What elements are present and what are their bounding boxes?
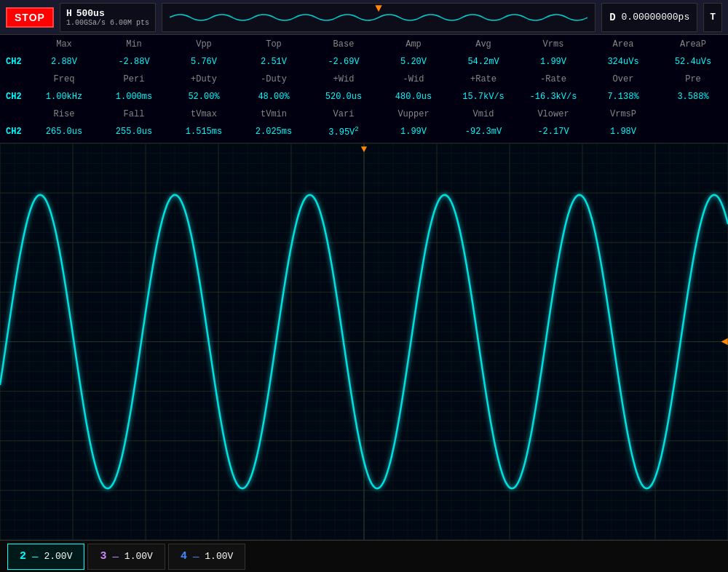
val-max: 2.88V: [29, 57, 99, 67]
timebase-section: H 500us 1.00GSa/s 6.00M pts: [60, 3, 156, 32]
scope-canvas: [0, 143, 728, 540]
header-nwid: -Wid: [379, 74, 448, 84]
meas-value-row-2: CH2 1.00kHz 1.000ms 52.00% 48.00% 520.0u…: [0, 87, 728, 106]
header-pduty: +Duty: [169, 74, 239, 84]
stop-button[interactable]: STOP: [6, 7, 54, 28]
val-vrmsp: 1.98V: [588, 127, 658, 137]
header-avg: Avg: [448, 39, 518, 49]
meas-header-row-3: Rise Fall tVmax tVmin Vari Vupper Vmid V…: [0, 106, 728, 122]
top-toolbar: STOP H 500us 1.00GSa/s 6.00M pts ▼ D 0.0…: [0, 0, 728, 35]
header-vlower: Vlower: [518, 109, 588, 119]
header-vrmsp: VrmsP: [588, 109, 658, 119]
val-vmid: -92.3mV: [448, 127, 518, 137]
ch4-scale: 1.00V: [205, 551, 233, 562]
sample-rate: 1.00GSa/s: [66, 19, 106, 27]
trigger-position-arrow: ▼: [361, 143, 367, 155]
h-label: H: [66, 8, 72, 19]
header-vupper: Vupper: [379, 109, 448, 119]
memory-depth: 6.00M pts: [110, 19, 149, 27]
val-amp: 5.20V: [379, 57, 448, 67]
channel-4-indicator[interactable]: 4 — 1.00V: [168, 544, 245, 570]
trigger-time-value: 0.00000000ps: [622, 12, 690, 23]
meas-ch2-label-1: CH2: [0, 57, 29, 67]
header-vari: Vari: [309, 109, 379, 119]
val-over: 7.138%: [588, 92, 658, 102]
val-nrate: -16.3kV/s: [518, 92, 588, 102]
timebase-value: 500us: [76, 8, 105, 19]
header-min: Min: [99, 39, 169, 49]
val-areap: 52.4uVs: [658, 57, 728, 67]
header-tvmin: tVmin: [239, 109, 309, 119]
header-nrate: -Rate: [518, 74, 588, 84]
val-top: 2.51V: [239, 57, 309, 67]
val-peri: 1.000ms: [99, 92, 169, 102]
val-area: 324uVs: [588, 57, 658, 67]
ch2-dash-icon: —: [32, 551, 38, 563]
val-base: -2.69V: [309, 57, 379, 67]
measurements-panel: Max Min Vpp Top Base Amp Avg Vrms Area A…: [0, 35, 728, 143]
val-vari: 3.95V2: [309, 126, 379, 138]
ch3-number: 3: [100, 550, 106, 563]
trigger-level-marker: ◄: [721, 335, 728, 349]
trigger-wave-display: ▼: [162, 3, 596, 32]
header-area: Area: [588, 39, 658, 49]
header-pre: Pre: [658, 74, 728, 84]
header-base: Base: [309, 39, 379, 49]
header-freq: Freq: [29, 74, 99, 84]
header-peri: Peri: [99, 74, 169, 84]
top-right-indicator: T: [703, 3, 722, 32]
trigger-d-section: D 0.00000000ps: [601, 3, 697, 32]
ch2-scale: 2.00V: [44, 551, 72, 562]
val-prate: 15.7kV/s: [448, 92, 518, 102]
scope-display: ▼ ◄: [0, 143, 728, 540]
header-amp: Amp: [379, 39, 448, 49]
channel-2-indicator[interactable]: 2 — 2.00V: [7, 544, 84, 570]
header-over: Over: [588, 74, 658, 84]
ch4-dash-icon: —: [193, 551, 199, 563]
meas-value-row-3: CH2 265.0us 255.0us 1.515ms 2.025ms 3.95…: [0, 122, 728, 141]
channel-3-indicator[interactable]: 3 — 1.00V: [87, 544, 165, 570]
d-label: D: [609, 12, 615, 23]
bottom-channel-bar: 2 — 2.00V 3 — 1.00V 4 — 1.00V: [0, 540, 728, 572]
meas-ch2-label-2: CH2: [0, 92, 29, 102]
val-avg: 54.2mV: [448, 57, 518, 67]
val-pre: 3.588%: [658, 92, 728, 102]
val-rise: 265.0us: [29, 127, 99, 137]
meas-ch2-label-3: CH2: [0, 127, 29, 137]
val-nwid: 480.0us: [379, 92, 448, 102]
ch3-scale: 1.00V: [124, 551, 153, 562]
val-vrms: 1.99V: [518, 57, 588, 67]
meas-header-row-1: Max Min Vpp Top Base Amp Avg Vrms Area A…: [0, 36, 728, 52]
meas-header-row-2: Freq Peri +Duty -Duty +Wid -Wid +Rate -R…: [0, 71, 728, 87]
val-tvmax: 1.515ms: [169, 127, 239, 137]
header-tvmax: tVmax: [169, 109, 239, 119]
meas-value-row-1: CH2 2.88V -2.88V 5.76V 2.51V -2.69V 5.20…: [0, 52, 728, 71]
header-prate: +Rate: [448, 74, 518, 84]
header-top: Top: [239, 39, 309, 49]
val-pwid: 520.0us: [309, 92, 379, 102]
header-pwid: +Wid: [309, 74, 379, 84]
trigger-arrow-icon: ▼: [375, 2, 382, 15]
val-pduty: 52.00%: [169, 92, 239, 102]
val-vpp: 5.76V: [169, 57, 239, 67]
ch2-number: 2: [20, 550, 26, 563]
header-vmid: Vmid: [448, 109, 518, 119]
header-rise: Rise: [29, 109, 99, 119]
val-min: -2.88V: [99, 57, 169, 67]
val-freq: 1.00kHz: [29, 92, 99, 102]
header-vpp: Vpp: [169, 39, 239, 49]
val-vlower: -2.17V: [518, 127, 588, 137]
header-nduty: -Duty: [239, 74, 309, 84]
header-max: Max: [29, 39, 99, 49]
header-vrms: Vrms: [518, 39, 588, 49]
val-vupper: 1.99V: [379, 127, 448, 137]
val-nduty: 48.00%: [239, 92, 309, 102]
val-tvmin: 2.025ms: [239, 127, 309, 137]
header-areap: AreaP: [658, 39, 728, 49]
val-fall: 255.0us: [99, 127, 169, 137]
ch4-number: 4: [181, 550, 187, 563]
ch3-dash-icon: —: [112, 551, 118, 563]
header-fall: Fall: [99, 109, 169, 119]
